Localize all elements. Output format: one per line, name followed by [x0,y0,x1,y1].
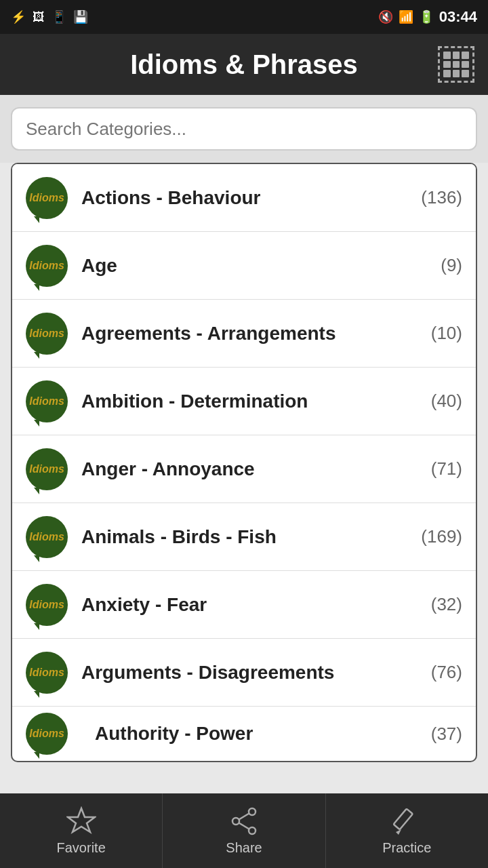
signal-icon: 📶 [399,9,413,24]
search-input[interactable] [11,107,477,151]
svg-rect-6 [394,808,413,829]
list-item[interactable]: Idioms Actions - Behaviour (136) [12,164,476,232]
list-item[interactable]: Idioms Arguments - Disagreements (76) [12,639,476,707]
svg-point-3 [232,818,239,825]
list-item[interactable]: Idioms Animals - Birds - Fish (169) [12,503,476,571]
idioms-icon-0: Idioms [26,177,68,219]
image-icon: 🖼 [33,10,45,24]
phone-icon: 📱 [52,9,66,24]
status-icons-left: ⚡ 🖼 📱 💾 [11,9,88,24]
save-icon: 💾 [73,9,88,24]
idioms-icon-5: Idioms [26,516,68,558]
idioms-icon-4: Idioms [26,448,68,490]
status-bar: ⚡ 🖼 📱 💾 🔇 📶 🔋 03:44 [0,0,488,34]
favorite-label: Favorite [57,840,106,856]
svg-point-2 [249,827,256,834]
mute-icon: 🔇 [378,9,393,24]
page-title: Idioms & Phrases [50,50,438,80]
list-item[interactable]: Idioms Ambition - Determination (40) [12,368,476,435]
list-item[interactable]: Idioms Anger - Annoyance (71) [12,435,476,503]
clock: 03:44 [439,8,477,26]
share-label: Share [226,840,262,856]
idioms-icon-2: Idioms [26,313,68,355]
list-item-partial[interactable]: Idioms Authority - Power (37) [12,707,476,761]
list-item[interactable]: Idioms Anxiety - Fear (32) [12,571,476,639]
search-container [0,95,488,163]
app-header: Idioms & Phrases [0,34,488,95]
nav-practice[interactable]: Practice [326,793,488,868]
svg-line-4 [239,813,249,819]
idioms-icon-6: Idioms [26,584,68,626]
svg-marker-0 [68,808,95,832]
idioms-icon-7: Idioms [26,652,68,694]
idioms-icon-8: Idioms [26,713,68,755]
category-list: Idioms Actions - Behaviour (136) Idioms … [11,163,477,762]
grid-view-button[interactable] [438,46,474,83]
usb-icon: ⚡ [11,9,26,24]
nav-favorite[interactable]: Favorite [0,793,163,868]
bottom-navigation: Favorite Share Practice [0,793,488,868]
svg-line-5 [239,823,249,829]
pencil-icon [392,806,422,836]
idioms-icon-1: Idioms [26,245,68,287]
svg-marker-7 [396,829,401,835]
nav-share[interactable]: Share [163,793,325,868]
idioms-icon-3: Idioms [26,380,68,422]
share-icon [229,806,259,836]
battery-icon: 🔋 [419,9,434,24]
list-item[interactable]: Idioms Agreements - Arrangements (10) [12,300,476,368]
practice-label: Practice [382,840,431,856]
star-icon [66,806,96,836]
svg-point-1 [249,808,256,815]
status-icons-right: 🔇 📶 🔋 03:44 [378,8,477,26]
list-item[interactable]: Idioms Age (9) [12,232,476,300]
